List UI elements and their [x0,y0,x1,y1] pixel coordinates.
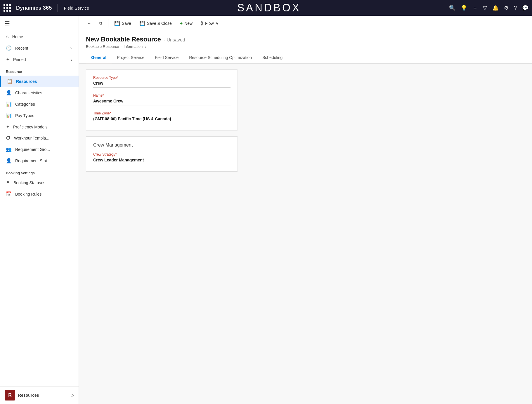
crew-strategy-field: Crew Strategy* Crew Leader Management [93,152,231,164]
sidebar-item-requirement-statuses-label: Requirement Stat... [15,159,51,163]
requirement-statuses-icon: 👤 [6,158,12,163]
form-title: New Bookable Resource [86,36,161,43]
tab-project-service[interactable]: Project Service [112,52,150,63]
nav-divider [58,4,58,12]
home-icon: ⌂ [6,34,9,39]
breadcrumb-entity: Bookable Resource [86,44,119,49]
pin-icon: ✦ [6,57,10,62]
avatar-letter: R [8,393,12,398]
pay-types-icon: 📊 [6,113,12,118]
workhour-icon: ⏱ [6,135,11,141]
tab-rso[interactable]: Resource Scheduling Optimization [184,52,257,63]
categories-icon: 📊 [6,101,12,107]
toolbar: ← ⧉ 💾 Save 💾 Save & Close + New ⟫ Flow ∨ [79,16,532,31]
new-label: New [184,21,193,26]
resource-type-value[interactable]: Crew [93,81,231,88]
form-header: New Bookable Resource - Unsaved Bookable… [79,31,532,49]
sidebar-item-requirement-groups-label: Requirement Gro... [15,147,50,152]
bell-icon[interactable]: 🔔 [492,5,499,11]
time-zone-label: Time Zone* [93,111,231,115]
top-nav-icons: 🔍 💡 ＋ ▽ 🔔 ⚙ ? 💬 [449,4,528,11]
section-booking-label: Booking Settings [0,166,79,177]
sidebar-item-characteristics[interactable]: 👤 Characteristics [0,87,79,98]
settings-icon[interactable]: ⚙ [504,5,509,11]
characteristics-icon: 👤 [6,90,12,95]
sidebar-item-proficiency-models[interactable]: ✦ Proficiency Models [0,121,79,133]
sidebar: ☰ ⌂ Home 🕐 Recent ∨ ✦ Pinned ∨ Resource … [0,16,79,404]
filter-icon[interactable]: ▽ [483,5,487,11]
proficiency-icon: ✦ [6,124,10,130]
sidebar-item-recent[interactable]: 🕐 Recent ∨ [0,42,79,54]
chat-icon[interactable]: 💬 [522,5,528,11]
save-close-button[interactable]: 💾 Save & Close [136,19,175,28]
save-close-label: Save & Close [147,21,172,26]
user-avatar: R [5,390,15,400]
add-icon[interactable]: ＋ [472,4,478,11]
flow-button[interactable]: ⟫ Flow ∨ [197,19,222,28]
tab-scheduling[interactable]: Scheduling [257,52,288,63]
flow-icon: ⟫ [201,20,203,26]
new-button[interactable]: + New [176,19,196,28]
footer-chevron-icon[interactable]: ◇ [71,393,74,398]
form-body: Resource Type* Crew Name* Awesome Crew T… [79,64,532,404]
breadcrumb-chevron-icon: ∨ [144,45,147,48]
sidebar-item-recent-label: Recent [15,46,28,50]
hamburger-icon[interactable]: ☰ [5,20,10,27]
time-zone-value[interactable]: (GMT-08:00) Pacific Time (US & Canada) [93,116,231,123]
name-value[interactable]: Awesome Crew [93,99,231,105]
tab-field-service[interactable]: Field Service [150,52,184,63]
sidebar-item-proficiency-label: Proficiency Models [13,125,48,129]
form-title-row: New Bookable Resource - Unsaved [86,36,525,43]
flow-chevron-icon: ∨ [216,21,219,26]
sidebar-item-characteristics-label: Characteristics [15,90,42,95]
save-label: Save [122,21,131,26]
tab-general[interactable]: General [86,52,112,63]
breadcrumb-view[interactable]: Information [124,44,143,49]
sidebar-item-requirement-statuses[interactable]: 👤 Requirement Stat... [0,155,79,166]
brand-name[interactable]: Dynamics 365 [16,5,52,11]
sidebar-footer-label: Resources [18,393,68,398]
save-button[interactable]: 💾 Save [111,19,135,28]
booking-statuses-icon: ⚑ [6,180,10,185]
section-resource-label: Resource [0,65,79,76]
search-icon[interactable]: 🔍 [449,5,455,11]
pinned-chevron-icon: ∨ [70,58,73,62]
booking-rules-icon: 📅 [6,191,12,197]
breadcrumb-separator: · [121,44,122,49]
sidebar-item-categories[interactable]: 📊 Categories [0,98,79,110]
lightbulb-icon[interactable]: 💡 [461,5,467,11]
sidebar-top: ☰ [0,16,79,31]
new-window-button[interactable]: ⧉ [96,19,106,27]
main-layout: ☰ ⌂ Home 🕐 Recent ∨ ✦ Pinned ∨ Resource … [0,16,532,404]
sidebar-footer: R Resources ◇ [0,386,79,404]
sidebar-item-booking-rules[interactable]: 📅 Booking Rules [0,188,79,200]
sidebar-item-workhour-templates[interactable]: ⏱ Workhour Templa... [0,133,79,144]
sidebar-item-resources[interactable]: 📋 Resources [0,76,79,87]
app-launcher-icon[interactable] [4,4,11,12]
requirement-groups-icon: 👥 [6,147,12,152]
back-button[interactable]: ← [84,19,95,27]
save-icon: 💾 [114,20,120,26]
name-label: Name* [93,93,231,97]
form-unsaved-label: - Unsaved [164,37,185,43]
crew-strategy-label: Crew Strategy* [93,152,231,156]
resource-type-label: Resource Type* [93,76,231,80]
sidebar-item-pay-types[interactable]: 📊 Pay Types [0,110,79,121]
crew-management-title: Crew Management [93,142,231,148]
help-icon[interactable]: ? [514,5,517,11]
crew-strategy-value[interactable]: Crew Leader Management [93,158,231,164]
new-icon: + [180,21,183,26]
sidebar-item-requirement-groups[interactable]: 👥 Requirement Gro... [0,144,79,155]
sidebar-item-home[interactable]: ⌂ Home [0,31,79,42]
breadcrumb: Bookable Resource · Information ∨ [86,44,525,49]
sidebar-item-booking-statuses[interactable]: ⚑ Booking Statuses [0,177,79,188]
content-area: ← ⧉ 💾 Save 💾 Save & Close + New ⟫ Flow ∨ [79,16,532,404]
environment-label: SANDBOX [93,2,446,14]
sidebar-item-pay-types-label: Pay Types [15,113,34,118]
main-section-card: Resource Type* Crew Name* Awesome Crew T… [86,69,238,130]
sidebar-item-home-label: Home [12,34,23,39]
sidebar-item-pinned[interactable]: ✦ Pinned ∨ [0,54,79,65]
sidebar-item-pinned-label: Pinned [13,57,26,62]
new-window-icon: ⧉ [99,21,102,26]
resource-type-field: Resource Type* Crew [93,76,231,88]
